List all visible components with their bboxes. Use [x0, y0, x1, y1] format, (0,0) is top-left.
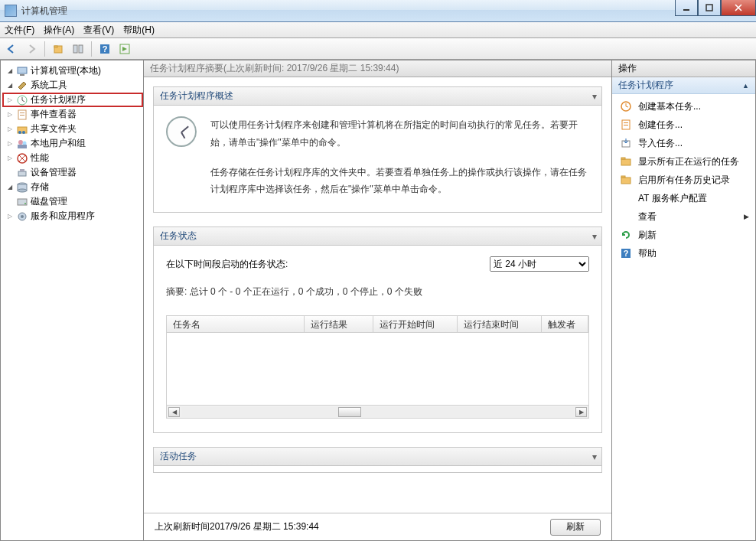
svg-rect-5: [79, 45, 83, 53]
scroll-left-icon[interactable]: ◀: [168, 407, 180, 417]
tree-root[interactable]: 计算机管理(本地): [4, 64, 143, 78]
collapse-icon[interactable]: ▾: [592, 231, 597, 242]
action-import-task[interactable]: 导入任务...: [612, 134, 755, 152]
svg-rect-14: [20, 115, 24, 116]
tree-disk-management-label: 磁盘管理: [31, 195, 67, 208]
action-at-account[interactable]: AT 服务帐户配置: [612, 189, 755, 207]
overview-p1: 可以使用任务计划程序来创建和管理计算机将在所指定的时间自动执行的常见任务。若要开…: [210, 116, 589, 152]
maximize-button[interactable]: [698, 0, 721, 16]
close-button[interactable]: [721, 0, 756, 16]
action-show-running[interactable]: 显示所有正在运行的任务: [612, 152, 755, 171]
import-icon: [620, 137, 632, 149]
col-trigger[interactable]: 触发者: [542, 316, 588, 332]
actions-subhead[interactable]: 任务计划程序 ▲: [612, 77, 755, 94]
tree-event-viewer[interactable]: 事件查看器: [4, 107, 143, 122]
action-create-basic-task[interactable]: 创建基本任务...: [612, 97, 755, 116]
back-button[interactable]: [3, 41, 20, 57]
tree-services-apps-label: 服务和应用程序: [31, 210, 95, 223]
device-icon: [16, 167, 28, 179]
svg-point-17: [22, 131, 25, 134]
action-label: 创建基本任务...: [638, 100, 701, 113]
action-view[interactable]: 查看 ▶: [612, 207, 755, 226]
center-footer: 上次刷新时间2017/9/26 星期二 15:39:44 刷新: [144, 513, 611, 540]
performance-icon: [16, 152, 28, 165]
toolbar-icon-2[interactable]: [70, 41, 86, 57]
action-label: 查看: [638, 210, 657, 223]
menu-file[interactable]: 文件(F): [5, 24, 34, 37]
svg-point-16: [18, 131, 21, 134]
col-name[interactable]: 任务名: [167, 316, 305, 332]
svg-point-28: [24, 203, 26, 204]
tree-system-tools-label: 系统工具: [31, 79, 67, 92]
collapse-icon[interactable]: ▾: [592, 91, 597, 102]
svg-rect-13: [20, 112, 24, 113]
tree-system-tools[interactable]: 系统工具: [4, 78, 143, 93]
computer-icon: [16, 65, 28, 77]
blank-icon: [620, 192, 632, 204]
svg-rect-20: [18, 145, 27, 148]
action-label: 刷新: [638, 229, 657, 242]
collapse-icon[interactable]: ▾: [592, 451, 597, 462]
tree-shared-folders-label: 共享文件夹: [31, 122, 77, 135]
svg-rect-1: [706, 5, 712, 11]
active-tasks-title: 活动任务: [160, 450, 197, 463]
submenu-arrow-icon: ▶: [744, 213, 749, 220]
action-create-task[interactable]: 创建任务...: [612, 116, 755, 134]
menu-help[interactable]: 帮助(H): [123, 24, 155, 37]
tree-services-apps[interactable]: 服务和应用程序: [4, 209, 143, 223]
action-help[interactable]: ? 帮助: [612, 244, 755, 262]
action-label: 导入任务...: [638, 137, 683, 150]
status-label: 在以下时间段启动的任务状态:: [166, 258, 288, 271]
action-label: 帮助: [638, 247, 657, 260]
active-tasks-group: 活动任务 ▾: [153, 447, 602, 473]
tree-local-users[interactable]: 本地用户和组: [4, 136, 143, 151]
tree-task-scheduler[interactable]: 任务计划程序: [2, 93, 143, 107]
svg-rect-38: [621, 178, 631, 184]
horizontal-scrollbar[interactable]: ◀ ▶: [167, 405, 588, 418]
toolbar-icon-3[interactable]: [116, 41, 133, 57]
status-summary: 摘要: 总计 0 个 - 0 个正在运行，0 个成功，0 个停止，0 个失败: [166, 285, 589, 298]
last-refresh-time: 上次刷新时间2017/9/26 星期二 15:39:44: [155, 520, 319, 533]
tree-storage-label: 存储: [31, 181, 49, 194]
action-refresh[interactable]: 刷新: [612, 226, 755, 244]
collapse-icon: ▲: [742, 82, 749, 90]
actions-header: 操作: [612, 60, 755, 77]
title-bar: 计算机管理: [0, 0, 756, 22]
timespan-select[interactable]: 近 24 小时: [490, 256, 589, 272]
svg-point-18: [18, 140, 23, 145]
col-start[interactable]: 运行开始时间: [373, 316, 458, 332]
tree-shared-folders[interactable]: 共享文件夹: [4, 122, 143, 136]
toolbar-icon-1[interactable]: [50, 41, 67, 57]
forward-button[interactable]: [23, 41, 40, 57]
menu-action[interactable]: 操作(A): [44, 24, 74, 37]
tree-disk-management[interactable]: 磁盘管理: [4, 194, 143, 209]
tree-storage[interactable]: 存储: [4, 180, 143, 194]
blank-icon: [620, 210, 632, 223]
disk-icon: [16, 196, 28, 208]
action-label: 创建任务...: [638, 119, 683, 132]
folder-icon: [620, 155, 632, 168]
app-icon: [5, 5, 17, 17]
services-icon: [16, 210, 28, 223]
svg-rect-22: [18, 171, 26, 176]
scroll-right-icon[interactable]: ▶: [575, 407, 587, 417]
help-button[interactable]: ?: [96, 41, 113, 57]
minimize-button[interactable]: [675, 0, 698, 16]
svg-rect-10: [20, 74, 24, 76]
overview-title: 任务计划程序概述: [160, 90, 233, 103]
col-result[interactable]: 运行结果: [305, 316, 373, 332]
menu-view[interactable]: 查看(V): [83, 24, 114, 37]
action-enable-history[interactable]: 启用所有任务历史记录: [612, 171, 755, 189]
task-table: 任务名 运行结果 运行开始时间 运行结束时间 触发者 ◀ ▶: [166, 315, 589, 419]
svg-rect-34: [624, 125, 628, 125]
tree-performance[interactable]: 性能: [4, 151, 143, 165]
action-label: 启用所有任务历史记录: [638, 174, 730, 187]
tree-performance-label: 性能: [31, 152, 49, 165]
svg-rect-37: [621, 158, 625, 159]
storage-icon: [16, 181, 28, 194]
tree-device-manager[interactable]: 设备管理器: [4, 165, 143, 180]
scroll-thumb[interactable]: [338, 407, 361, 417]
refresh-button[interactable]: 刷新: [550, 519, 601, 536]
col-end[interactable]: 运行结束时间: [458, 316, 542, 332]
svg-point-30: [21, 215, 24, 218]
